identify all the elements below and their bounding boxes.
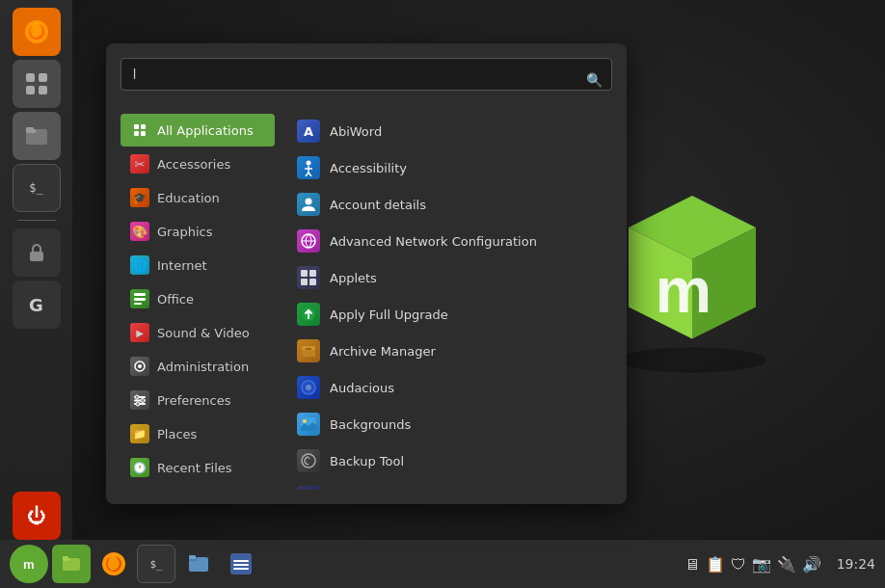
taskbar-icon-power[interactable]: ⏻: [13, 492, 61, 540]
svg-text:m: m: [656, 254, 712, 326]
svg-rect-45: [306, 348, 311, 350]
category-sound[interactable]: ▶ Sound & Video: [121, 316, 275, 349]
taskbar-icon-firefox[interactable]: [13, 8, 61, 56]
svg-rect-5: [39, 86, 47, 94]
category-administration-icon: [130, 357, 149, 376]
taskbar-icon-apps[interactable]: [13, 60, 61, 108]
app-account-label: Account details: [330, 198, 426, 212]
svg-rect-3: [39, 73, 47, 82]
svg-rect-18: [141, 131, 146, 136]
category-internet[interactable]: 🌐 Internet: [121, 249, 275, 281]
app-backgrounds[interactable]: Backgrounds: [289, 407, 612, 441]
menu-popup: l 🔍 All Applications ✂ Accessories 🎓: [106, 43, 627, 504]
category-accessories[interactable]: ✂ Accessories: [121, 147, 275, 180]
svg-rect-38: [301, 270, 308, 277]
svg-rect-66: [233, 568, 249, 570]
category-places-label: Places: [157, 427, 197, 441]
taskbar-bottom-firefox[interactable]: [94, 545, 133, 583]
svg-rect-15: [134, 124, 139, 129]
sys-icon-network[interactable]: 🔌: [777, 555, 796, 574]
taskbar-bottom-filemanager[interactable]: [179, 545, 218, 583]
category-internet-label: Internet: [157, 258, 207, 273]
category-preferences[interactable]: Preferences: [121, 384, 275, 416]
app-applets-icon: [297, 266, 320, 289]
svg-point-23: [138, 364, 142, 368]
app-audacious[interactable]: Audacious: [289, 370, 612, 405]
sys-icon-security[interactable]: 🛡: [731, 555, 746, 574]
svg-rect-21: [134, 303, 142, 305]
svg-rect-57: [63, 556, 68, 560]
category-administration-label: Administration: [157, 360, 249, 374]
svg-rect-19: [134, 293, 146, 296]
taskbar-icon-files[interactable]: [13, 112, 61, 160]
app-backgrounds-label: Backgrounds: [330, 417, 411, 432]
svg-rect-40: [301, 279, 308, 285]
apps-list: A AbiWord Accessibility Account deta: [275, 114, 612, 490]
category-places[interactable]: 📁 Places: [121, 417, 275, 450]
svg-point-10: [618, 347, 766, 372]
taskbar-bottom-files[interactable]: [52, 545, 91, 583]
app-accessibility-icon: [297, 156, 320, 179]
app-audacious-label: Audacious: [330, 381, 394, 395]
category-office-icon: [130, 289, 149, 308]
sys-icon-volume[interactable]: 🔊: [802, 555, 821, 574]
search-icon[interactable]: 🔍: [586, 72, 603, 88]
app-archive[interactable]: Archive Manager: [289, 334, 612, 368]
category-office[interactable]: Office: [121, 282, 275, 315]
svg-rect-16: [141, 124, 146, 129]
app-account-icon: [297, 193, 320, 216]
svg-point-30: [307, 161, 311, 166]
category-all[interactable]: All Applications: [121, 114, 275, 147]
sys-icon-display[interactable]: 🖥: [684, 555, 700, 574]
app-abiword[interactable]: A AbiWord: [289, 114, 612, 148]
category-accessories-icon: ✂: [130, 154, 149, 174]
svg-line-34: [308, 173, 311, 176]
taskbar-icon-terminal[interactable]: $_: [13, 164, 61, 212]
category-administration[interactable]: Administration: [121, 350, 275, 383]
search-input[interactable]: l: [121, 58, 612, 91]
desktop: $_ G ⏻ m l 🔍: [0, 0, 885, 588]
app-network-icon: [297, 229, 320, 253]
category-education-label: Education: [157, 191, 220, 205]
svg-rect-20: [134, 298, 146, 301]
app-upgrade[interactable]: Apply Full Upgrade: [289, 297, 612, 332]
taskbar-bottom-settings[interactable]: [222, 545, 260, 583]
category-education-icon: 🎓: [130, 188, 149, 207]
taskbar-bottom-terminal[interactable]: $_: [137, 545, 175, 583]
app-backup[interactable]: Backup Tool: [289, 443, 612, 478]
search-wrapper: l 🔍: [121, 58, 612, 102]
app-upgrade-label: Apply Full Upgrade: [330, 307, 448, 322]
app-bluetooth-icon: [297, 486, 320, 490]
category-recent-label: Recent Files: [157, 461, 232, 475]
taskbar-icon-lock[interactable]: [13, 228, 61, 277]
menu-body: All Applications ✂ Accessories 🎓 Educati…: [121, 114, 612, 490]
app-network[interactable]: Advanced Network Configuration: [289, 224, 612, 258]
app-upgrade-icon: [297, 303, 320, 326]
app-audacious-icon: [297, 376, 320, 399]
svg-rect-62: [189, 555, 196, 559]
categories-panel: All Applications ✂ Accessories 🎓 Educati…: [121, 114, 275, 490]
category-recent-icon: 🕐: [130, 458, 149, 477]
svg-point-27: [135, 395, 139, 399]
category-recent[interactable]: 🕐 Recent Files: [121, 451, 275, 484]
taskbar-bottom-right: 🖥 📋 🛡 📷 🔌 🔊 19:24: [684, 555, 875, 574]
svg-rect-9: [30, 252, 43, 261]
taskbar-bottom: m $_ 🖥 📋 🛡 📷 🔌 🔊: [0, 540, 885, 588]
svg-rect-2: [26, 73, 35, 82]
app-accessibility[interactable]: Accessibility: [289, 150, 612, 185]
taskbar-icon-grub[interactable]: G: [13, 281, 61, 329]
taskbar-bottom-mint[interactable]: m: [10, 545, 48, 583]
sys-icon-clipboard[interactable]: 📋: [706, 555, 725, 574]
sys-icon-screenshot[interactable]: 📷: [752, 555, 771, 574]
system-tray: 🖥 📋 🛡 📷 🔌 🔊: [684, 555, 821, 574]
taskbar-bottom-left: m $_: [10, 545, 260, 583]
svg-point-50: [303, 419, 307, 423]
category-graphics-label: Graphics: [157, 225, 212, 239]
app-account[interactable]: Account details: [289, 187, 612, 222]
app-bluetooth[interactable]: Bluetooth: [289, 480, 612, 490]
app-applets[interactable]: Applets: [289, 260, 612, 295]
category-graphics[interactable]: 🎨 Graphics: [121, 215, 275, 248]
category-education[interactable]: 🎓 Education: [121, 181, 275, 214]
app-backup-icon: [297, 449, 320, 472]
svg-rect-4: [26, 86, 35, 94]
